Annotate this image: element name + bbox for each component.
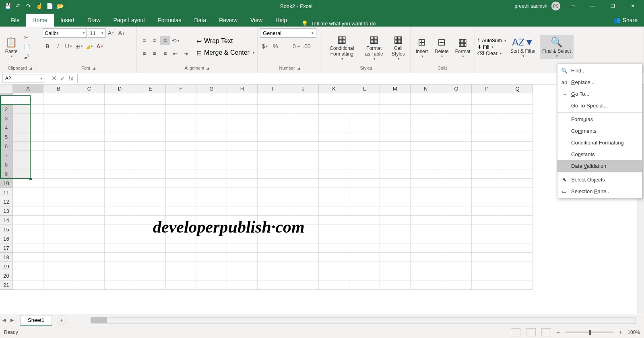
cell[interactable] bbox=[74, 225, 105, 234]
align-center-icon[interactable]: ≡ bbox=[150, 49, 159, 58]
cell[interactable] bbox=[258, 123, 288, 132]
cell[interactable] bbox=[380, 142, 411, 151]
cell[interactable] bbox=[74, 160, 105, 169]
open-file-icon[interactable]: 📂 bbox=[56, 2, 64, 10]
cell[interactable] bbox=[319, 280, 349, 290]
cell[interactable] bbox=[166, 93, 196, 105]
cell[interactable] bbox=[196, 271, 227, 280]
cell[interactable] bbox=[196, 262, 227, 271]
cell[interactable] bbox=[196, 206, 227, 216]
cell[interactable] bbox=[13, 262, 43, 271]
cell[interactable] bbox=[411, 243, 441, 253]
cell[interactable] bbox=[74, 197, 105, 206]
cell[interactable] bbox=[502, 123, 533, 132]
cell[interactable] bbox=[288, 105, 319, 114]
cell[interactable] bbox=[105, 142, 135, 151]
cell[interactable] bbox=[472, 93, 502, 105]
cell[interactable] bbox=[258, 188, 288, 197]
cell[interactable] bbox=[196, 280, 227, 290]
cell[interactable] bbox=[319, 253, 349, 262]
menu-item[interactable]: Go To Special... bbox=[557, 100, 642, 111]
cell[interactable] bbox=[349, 234, 380, 243]
cell[interactable] bbox=[502, 160, 533, 169]
cell[interactable] bbox=[13, 160, 43, 169]
tab-page-layout[interactable]: Page Layout bbox=[107, 14, 152, 27]
cell[interactable] bbox=[105, 169, 135, 179]
cell[interactable] bbox=[166, 197, 196, 206]
cell[interactable] bbox=[380, 93, 411, 105]
cell[interactable] bbox=[380, 179, 411, 188]
copy-icon[interactable]: 📄 bbox=[22, 43, 31, 52]
cell[interactable] bbox=[472, 234, 502, 243]
sheet-nav-prev-icon[interactable]: ◀ bbox=[0, 317, 8, 323]
cell[interactable] bbox=[135, 114, 166, 123]
cell[interactable] bbox=[74, 271, 105, 280]
cell[interactable] bbox=[13, 271, 43, 280]
cell[interactable] bbox=[74, 142, 105, 151]
cell[interactable] bbox=[43, 105, 74, 114]
column-header[interactable]: B bbox=[43, 84, 74, 93]
cell[interactable] bbox=[166, 206, 196, 216]
cell[interactable] bbox=[13, 142, 43, 151]
name-box[interactable]: A2▾ bbox=[2, 74, 45, 83]
cell[interactable] bbox=[472, 225, 502, 234]
column-header[interactable]: O bbox=[441, 84, 472, 93]
cell[interactable] bbox=[441, 114, 472, 123]
column-header[interactable]: L bbox=[349, 84, 380, 93]
cell[interactable] bbox=[288, 142, 319, 151]
cell[interactable] bbox=[502, 132, 533, 142]
cell[interactable] bbox=[502, 114, 533, 123]
format-as-table-button[interactable]: ▦Format as Table▾ bbox=[361, 32, 387, 61]
insert-cells-button[interactable]: ⊞Insert▾ bbox=[413, 35, 431, 59]
cell[interactable] bbox=[441, 160, 472, 169]
cell[interactable] bbox=[196, 160, 227, 169]
cell[interactable] bbox=[441, 253, 472, 262]
row-header[interactable]: 16 bbox=[0, 234, 13, 243]
cell[interactable] bbox=[227, 243, 258, 253]
cell[interactable] bbox=[411, 262, 441, 271]
cell[interactable] bbox=[472, 197, 502, 206]
column-header[interactable]: G bbox=[196, 84, 227, 93]
cell[interactable] bbox=[380, 169, 411, 179]
cell[interactable] bbox=[288, 206, 319, 216]
cell[interactable] bbox=[502, 105, 533, 114]
alignment-launcher-icon[interactable]: ◢ bbox=[206, 66, 209, 70]
cell[interactable] bbox=[411, 188, 441, 197]
cell[interactable] bbox=[135, 132, 166, 142]
cell[interactable] bbox=[441, 216, 472, 225]
clear-button[interactable]: ⌫Clear▾ bbox=[477, 51, 506, 56]
cell[interactable] bbox=[74, 216, 105, 225]
find-select-button[interactable]: 🔍Find & Select▾ bbox=[540, 35, 573, 59]
cell[interactable] bbox=[288, 243, 319, 253]
row-header[interactable]: 1 bbox=[0, 93, 13, 105]
row-header[interactable]: 2 bbox=[0, 105, 13, 114]
save-icon[interactable]: 💾 bbox=[3, 2, 12, 10]
cell[interactable] bbox=[502, 93, 533, 105]
cell[interactable] bbox=[105, 132, 135, 142]
cell[interactable] bbox=[380, 253, 411, 262]
cell[interactable] bbox=[196, 188, 227, 197]
cell[interactable] bbox=[227, 132, 258, 142]
cell[interactable] bbox=[74, 151, 105, 160]
cell[interactable] bbox=[441, 225, 472, 234]
row-header[interactable]: 18 bbox=[0, 253, 13, 262]
cut-icon[interactable]: ✂ bbox=[22, 33, 31, 42]
cell[interactable] bbox=[349, 206, 380, 216]
cell[interactable] bbox=[441, 142, 472, 151]
increase-indent-icon[interactable]: ⇥ bbox=[181, 49, 191, 58]
column-header[interactable]: A bbox=[13, 84, 43, 93]
sheet-tab[interactable]: Sheet1 bbox=[20, 315, 52, 326]
cell[interactable] bbox=[319, 142, 349, 151]
cell[interactable] bbox=[319, 114, 349, 123]
cell[interactable] bbox=[227, 188, 258, 197]
cell[interactable] bbox=[411, 280, 441, 290]
cell[interactable] bbox=[258, 151, 288, 160]
cell[interactable] bbox=[135, 123, 166, 132]
decrease-font-icon[interactable]: A↓ bbox=[117, 29, 126, 37]
ribbon-display-icon[interactable]: ▭ bbox=[564, 0, 580, 12]
cell[interactable] bbox=[258, 142, 288, 151]
cell[interactable] bbox=[13, 179, 43, 188]
cell[interactable] bbox=[441, 206, 472, 216]
borders-icon[interactable]: ⊞▾ bbox=[74, 42, 84, 51]
cell[interactable] bbox=[441, 179, 472, 188]
